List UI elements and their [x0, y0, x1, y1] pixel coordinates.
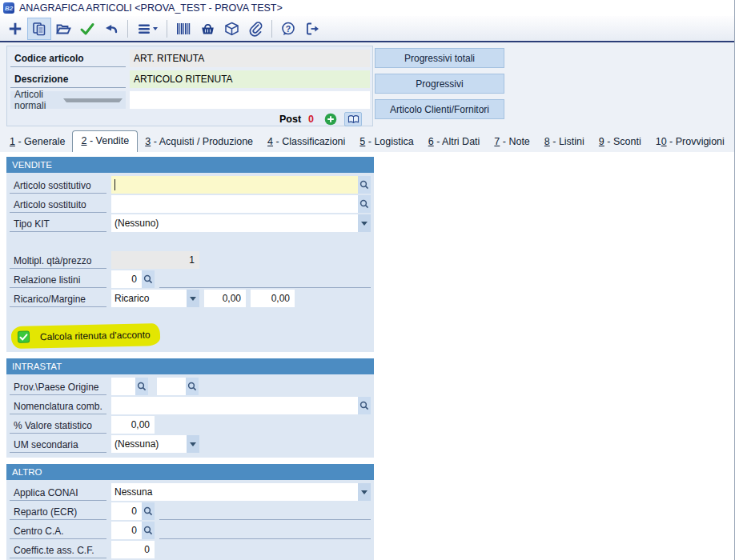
- barcode-icon[interactable]: [172, 18, 195, 39]
- altro-panel: ALTRO Applica CONAI Nessuna Reparto (ECR…: [6, 464, 374, 560]
- search-icon[interactable]: [142, 502, 155, 520]
- tab-generale[interactable]: 1 - Generale: [2, 133, 72, 152]
- menu-icon[interactable]: [133, 18, 162, 39]
- reparto-ecr-input[interactable]: [111, 502, 142, 520]
- search-icon[interactable]: [358, 176, 371, 194]
- app-window: B2 ANAGRAFICA ARTICOLI <PROVA_TEST - PRO…: [0, 0, 735, 560]
- valore-statistico-input[interactable]: [111, 416, 155, 434]
- provincia-input[interactable]: [111, 378, 135, 395]
- tipo-kit-label: Tipo KIT: [10, 214, 106, 232]
- toolbar-separator: [271, 20, 272, 38]
- reparto-desc-line: [159, 502, 371, 520]
- tab-listini[interactable]: 8 - Listini: [537, 133, 592, 152]
- valore-statistico-label: % Valore statistico: [10, 416, 106, 434]
- attachment-icon[interactable]: [244, 18, 267, 39]
- search-icon[interactable]: [358, 195, 371, 213]
- centro-ca-input[interactable]: [111, 522, 142, 539]
- tipo-kit-select[interactable]: (Nessuno): [111, 214, 358, 232]
- nomenclatura-comb-label: Nomenclatura comb.: [10, 397, 106, 414]
- intrastat-section-title: INTRASTAT: [6, 358, 374, 374]
- relazione-listini-desc-line: [159, 270, 371, 288]
- post-label: Post: [279, 114, 301, 125]
- calcola-ritenuta-label: Calcola ritenuta d'acconto: [40, 329, 151, 342]
- add-post-icon[interactable]: [324, 113, 337, 126]
- search-icon[interactable]: [142, 522, 155, 539]
- tab-note[interactable]: 7 - Note: [487, 133, 536, 152]
- search-icon[interactable]: [358, 397, 371, 414]
- um-secondaria-select[interactable]: (Nessuna): [111, 435, 187, 453]
- header-area: Codice articolo Descrizione Articoli nor…: [0, 42, 734, 130]
- coefficiente-input[interactable]: [111, 541, 155, 558]
- chevron-down-icon[interactable]: [187, 290, 199, 307]
- tab-bar: 1 - Generale 2 - Vendite 3 - Acquisti / …: [0, 130, 734, 152]
- copy-icon[interactable]: [28, 18, 50, 39]
- notes-book-icon[interactable]: [344, 112, 362, 126]
- articolo-sostitutivo-input[interactable]: [111, 176, 358, 194]
- applica-conai-label: Applica CONAI: [10, 483, 106, 501]
- search-icon[interactable]: [135, 378, 148, 395]
- tab-provvigioni[interactable]: 10 - Provvigioni: [649, 133, 732, 152]
- articolo-clienti-fornitori-button[interactable]: Articolo Clienti/Fornitori: [375, 99, 504, 119]
- tab-altri-dati[interactable]: 6 - Altri Dati: [421, 133, 488, 152]
- chevron-down-icon[interactable]: [358, 214, 371, 232]
- nomenclatura-comb-input[interactable]: [111, 397, 358, 414]
- intrastat-panel: INTRASTAT Prov.\Paese Origine Nomenclatu…: [6, 358, 374, 458]
- add-icon[interactable]: [4, 18, 26, 39]
- relazione-listini-label: Relazione listini: [10, 270, 106, 288]
- window-title: ANAGRAFICA ARTICOLI <PROVA_TEST - PROVA …: [19, 2, 283, 14]
- tab-classificazioni[interactable]: 4 - Classificazioni: [260, 133, 352, 152]
- tipo-articolo-select[interactable]: Articoli normali: [10, 91, 126, 109]
- vendite-section-title: VENDITE: [6, 157, 374, 173]
- help-icon[interactable]: ?: [277, 18, 299, 39]
- relazione-listini-input[interactable]: [111, 270, 142, 288]
- codice-articolo-field[interactable]: [130, 50, 370, 67]
- ricarico-margine-label: Ricarico/Margine: [10, 290, 106, 307]
- tab-sconti[interactable]: 9 - Sconti: [592, 133, 649, 152]
- open-folder-icon[interactable]: [52, 18, 74, 39]
- confirm-check-icon[interactable]: [76, 18, 98, 39]
- chevron-down-icon[interactable]: [358, 483, 371, 501]
- moltipl-qta-prezzo-label: Moltipl. qtà/prezzo: [10, 251, 106, 269]
- ricarico-value1-input[interactable]: [204, 290, 246, 307]
- articolo-sostituito-input[interactable]: [111, 195, 358, 213]
- progressivi-button[interactable]: Progressivi: [375, 74, 504, 94]
- vendite-panel: VENDITE Articolo sostitutivo Articolo so…: [6, 157, 374, 352]
- codice-articolo-label: Codice articolo: [10, 50, 126, 67]
- altro-section-title: ALTRO: [6, 464, 374, 480]
- undo-icon[interactable]: [100, 18, 122, 39]
- basket-icon[interactable]: [196, 18, 219, 39]
- centro-ca-label: Centro C.A.: [10, 522, 106, 539]
- descrizione-field[interactable]: [130, 70, 370, 88]
- paese-origine-input[interactable]: [157, 378, 186, 395]
- post-count: 0: [308, 114, 314, 125]
- progressivi-totali-button[interactable]: Progressivi totali: [375, 48, 504, 68]
- search-icon[interactable]: [186, 378, 199, 395]
- applica-conai-select[interactable]: Nessuna: [111, 483, 358, 501]
- reparto-ecr-label: Reparto (ECR): [10, 502, 106, 520]
- moltipl-qta-prezzo-input: [111, 251, 199, 269]
- coefficiente-label: Coeffic.te ass. C.F.: [10, 541, 106, 558]
- search-icon[interactable]: [142, 270, 155, 288]
- text-caret: [114, 179, 115, 190]
- ricarico-margine-select[interactable]: Ricarico: [111, 290, 187, 307]
- exit-icon[interactable]: [301, 18, 323, 39]
- toolbar-separator: [167, 20, 167, 38]
- tab-logistica[interactable]: 5 - Logistica: [352, 133, 420, 152]
- calcola-ritenuta-checkbox[interactable]: [18, 330, 30, 342]
- tab-vendite[interactable]: 2 - Vendite: [72, 130, 138, 152]
- app-icon: B2: [3, 2, 14, 14]
- descrizione-aggiuntiva-field[interactable]: [130, 91, 370, 109]
- article-header-box: Codice articolo Descrizione Articoli nor…: [6, 46, 373, 126]
- chevron-down-icon: [153, 27, 158, 33]
- chevron-down-icon: [63, 98, 122, 106]
- ricarico-value2-input[interactable]: [251, 290, 295, 307]
- articolo-sostituito-label: Articolo sostituito: [10, 195, 106, 213]
- tipo-articolo-value: Articoli normali: [10, 89, 63, 111]
- package-icon[interactable]: [220, 18, 243, 39]
- centro-desc-line: [159, 522, 371, 539]
- chevron-down-icon[interactable]: [187, 435, 199, 453]
- articolo-sostitutivo-label: Articolo sostitutivo: [10, 176, 106, 194]
- tab-acquisti-produzione[interactable]: 3 - Acquisti / Produzione: [138, 133, 260, 152]
- svg-text:?: ?: [286, 23, 291, 33]
- tab-content: VENDITE Articolo sostitutivo Articolo so…: [0, 152, 734, 560]
